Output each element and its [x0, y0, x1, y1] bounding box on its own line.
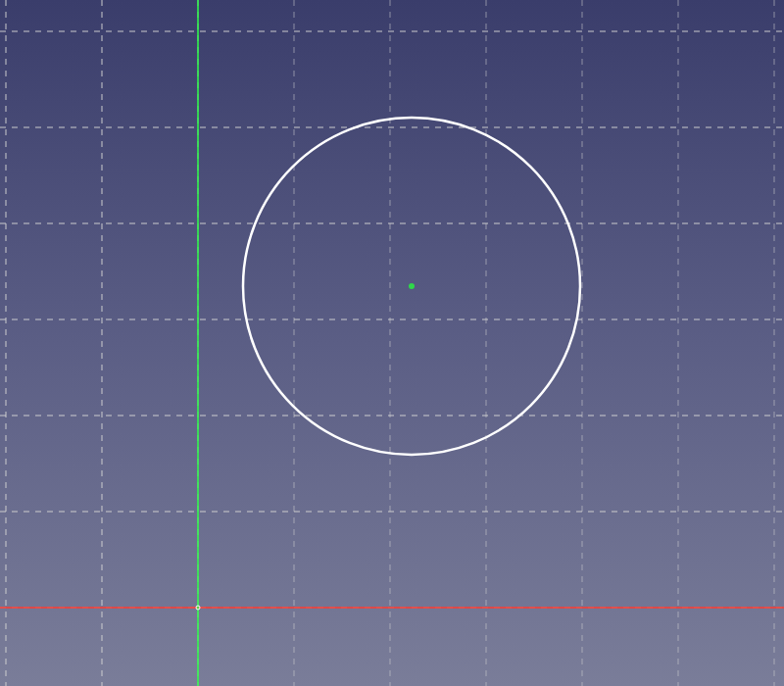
cad-3d-viewport[interactable] [0, 0, 784, 686]
sketch-canvas[interactable] [0, 0, 784, 686]
grid [0, 0, 784, 686]
circle-center-marker[interactable] [409, 283, 415, 289]
